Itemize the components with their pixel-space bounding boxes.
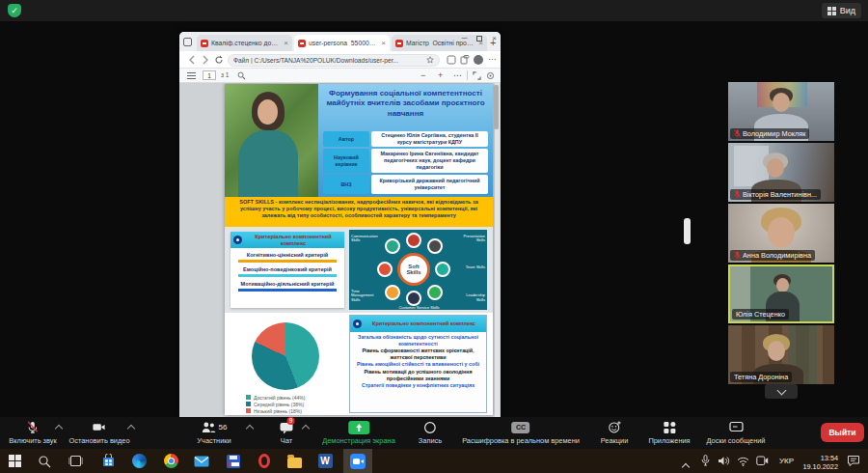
underline-bar <box>238 260 336 263</box>
gallery-grid-icon <box>827 7 836 15</box>
pdf-scrollbar <box>495 83 500 417</box>
windows-taskbar: W УКР 13:54 19.10.2022 <box>0 449 868 473</box>
meeting-toolbar: Включить звук Остановить видео 56 Участн… <box>0 417 868 449</box>
speech-circle-icon <box>377 262 393 277</box>
smiley-icon <box>608 420 622 434</box>
apps-button[interactable]: Приложения <box>648 420 690 445</box>
muted-mic-icon <box>734 129 741 138</box>
participants-options-caret[interactable] <box>246 425 254 432</box>
table-row: Автор Стеценко Юлія Сергіївна, студентка… <box>323 131 488 147</box>
reactions-button[interactable]: Реакции <box>601 420 629 445</box>
search-button[interactable] <box>33 451 56 471</box>
whiteboard-icon <box>728 421 744 433</box>
author-photo <box>225 84 318 197</box>
participant-tile-active-speaker[interactable]: Юлія Стеценко <box>728 264 834 323</box>
pdf-favicon <box>298 40 306 47</box>
zoom-app-icon[interactable] <box>346 451 369 471</box>
view-button[interactable]: Вид <box>822 3 861 18</box>
chat-button[interactable]: 9 Чат <box>280 420 294 445</box>
tray-speaker-icon[interactable] <box>718 456 730 466</box>
chat-options-caret[interactable] <box>302 425 310 432</box>
mail-icon[interactable] <box>190 451 213 471</box>
legend-swatch <box>246 395 251 400</box>
extensions-icon <box>447 55 456 65</box>
file-explorer-icon[interactable] <box>283 451 306 471</box>
participants-count: 56 <box>219 423 228 431</box>
pdf-more-icon: ⋯ <box>453 70 462 80</box>
muted-mic-icon <box>734 251 741 260</box>
apps-icon <box>663 421 676 434</box>
indicators-panel-header: Критеріально компонентний комплекс <box>350 316 486 332</box>
pdf-page-count: з 1 <box>221 71 229 78</box>
soft-skills-center: Soft Skills <box>397 253 430 286</box>
task-view-button[interactable] <box>64 451 87 471</box>
soft-skills-diagram: Soft Skills Communication Skills Present… <box>349 230 487 310</box>
criteria-item: Емоційно-поведінковий критерій <box>231 266 344 277</box>
table-row: Науковий керівник Макаренко Ірина Євгені… <box>323 149 488 173</box>
tray-mic-icon[interactable] <box>701 455 710 466</box>
stop-video-button[interactable]: Остановить видео <box>69 420 130 445</box>
camera-icon <box>92 420 107 434</box>
whiteboards-button[interactable]: Доски сообщений <box>707 420 766 445</box>
start-button[interactable] <box>3 451 26 471</box>
briefcase-circle-icon <box>406 233 421 248</box>
pdf-favicon <box>395 40 403 47</box>
eye-icon <box>233 236 242 244</box>
legend-swatch <box>246 408 251 413</box>
floppy-app-icon[interactable] <box>222 451 245 471</box>
criteria-item: Когнітивно-ціннісний критерій <box>231 252 344 263</box>
share-screen-button[interactable]: Демонстрация экрана <box>322 420 395 445</box>
unmute-button[interactable]: Включить звук <box>9 420 56 445</box>
notification-center-icon[interactable] <box>847 455 860 467</box>
profile-avatar <box>474 55 483 65</box>
collapse-participants-button[interactable] <box>765 384 798 399</box>
pdf-contents-icon <box>187 72 196 79</box>
participant-tile[interactable]: Тетяна Дороніна <box>728 325 834 384</box>
tray-time: 13:54 <box>802 454 838 462</box>
shared-screen-scrollbar-thumb <box>684 218 691 244</box>
chrome-icon[interactable] <box>159 451 182 471</box>
participant-name-label: Вікторія Валентинівн... <box>730 189 821 200</box>
participant-tile[interactable]: Анна Володимирівна <box>728 204 834 263</box>
tab-close-icon: × <box>381 39 386 47</box>
muted-mic-icon <box>734 190 741 199</box>
tray-wifi-icon[interactable] <box>737 457 749 466</box>
pdf-toolbar: 1 з 1 − + ⋯ <box>179 69 501 83</box>
share-screen-icon <box>348 421 369 434</box>
browser-menu-icon: ⋯ <box>488 55 496 65</box>
security-shield-icon[interactable]: ✓ <box>8 4 21 17</box>
chat-unread-badge: 9 <box>286 417 295 425</box>
tray-zoom-icon[interactable] <box>756 456 769 466</box>
language-indicator[interactable]: УКР <box>779 457 794 465</box>
idea-circle-icon <box>385 285 400 300</box>
mic-muted-icon <box>25 420 40 434</box>
cc-icon: CC <box>512 422 530 433</box>
back-icon <box>187 55 197 65</box>
pdf-search-icon <box>237 71 246 80</box>
legend-item: Достатній рівень (44%) <box>246 394 305 401</box>
address-field: Файл | C:/Users/TANJA%20POLUK/Downloads/… <box>228 54 440 67</box>
shared-edge-browser: Кваліф.стеценко до… × user-persona_55000… <box>179 32 501 417</box>
edge-icon[interactable] <box>127 451 150 471</box>
participant-tile[interactable]: Володимир Мокляк <box>728 82 834 141</box>
browser-tabstrip: Кваліф.стеценко до… × user-persona_55000… <box>179 32 501 51</box>
participants-button[interactable]: 56 Участники <box>197 420 231 445</box>
opera-icon[interactable] <box>253 451 276 471</box>
microsoft-store-icon[interactable] <box>96 451 120 471</box>
tray-expand-caret[interactable] <box>683 457 689 473</box>
criteria-item: Мотиваційно-діяльнісний критерій <box>231 281 344 292</box>
table-row: ВНЗ Криворізький державний педагогічний … <box>323 175 488 194</box>
word-icon[interactable]: W <box>313 451 337 471</box>
leave-meeting-button[interactable]: Выйти <box>821 423 864 442</box>
fit-to-page-icon <box>473 71 481 80</box>
participant-name-label: Володимир Мокляк <box>730 128 809 139</box>
slide-bottom-section: Достатній рівень (44%) Середній рівень (… <box>225 313 493 415</box>
clock[interactable]: 13:54 19.10.2022 <box>802 454 838 471</box>
participant-tile[interactable]: Вікторія Валентинівн... <box>728 143 834 202</box>
record-button[interactable]: Запись <box>419 420 442 445</box>
refresh-icon <box>214 55 224 65</box>
presentation-circle-icon <box>427 238 443 254</box>
live-transcript-button[interactable]: CC Расшифровка в реальном времени <box>462 420 580 445</box>
pdf-scrollbar-thumb <box>494 85 499 129</box>
address-text: Файл | C:/Users/TANJA%20POLUK/Downloads/… <box>233 57 423 64</box>
